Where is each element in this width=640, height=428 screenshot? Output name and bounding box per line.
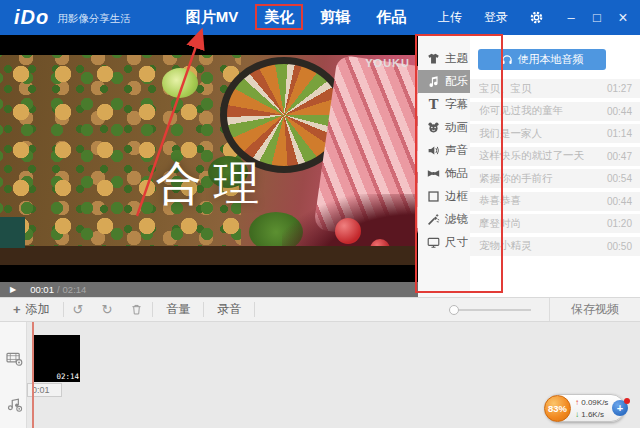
app-logo: iDo bbox=[14, 6, 49, 29]
edit-toolbar: +添加 ↺ ↻ 音量 录音 保存视频 bbox=[0, 297, 640, 322]
song-row[interactable]: 你可见过我的童年00:44 bbox=[470, 102, 640, 121]
sidebar-item-subtitle[interactable]: T 字幕 bbox=[418, 93, 470, 116]
video-preview[interactable]: YOUKU 合理 bbox=[0, 35, 418, 282]
minimize-button[interactable]: – bbox=[558, 10, 584, 25]
trash-icon bbox=[130, 303, 143, 316]
upload-speed: 0.09K/s bbox=[581, 398, 608, 407]
slider-track bbox=[449, 309, 531, 311]
player-column: YOUKU 合理 ▶ 00:01 / 02:14 bbox=[0, 35, 418, 297]
speaker-icon bbox=[427, 144, 440, 157]
slider-knob[interactable] bbox=[449, 305, 459, 315]
sidebar-item-theme[interactable]: 主题 bbox=[418, 47, 470, 70]
maximize-button[interactable]: □ bbox=[584, 10, 610, 25]
sidebar-item-border[interactable]: 边框 bbox=[418, 185, 470, 208]
current-time: 00:01 bbox=[30, 284, 54, 295]
add-task-button[interactable]: + bbox=[612, 400, 628, 416]
audio-track-icon[interactable] bbox=[6, 397, 23, 416]
time-display: 00:01 / 02:14 bbox=[30, 284, 86, 295]
delete-button[interactable] bbox=[121, 298, 152, 321]
song-row[interactable]: 恭喜恭喜00:44 bbox=[470, 192, 640, 211]
song-row[interactable]: 我们是一家人01:14 bbox=[470, 124, 640, 143]
title-bar: iDo 用影像分享生活 图片MV 美化 剪辑 作品 上传 登录 – □ × bbox=[0, 0, 640, 35]
video-caption-overlay: 合理 bbox=[0, 153, 415, 215]
song-row[interactable]: 宠物小精灵00:50 bbox=[470, 237, 640, 256]
redo-button[interactable]: ↻ bbox=[93, 298, 122, 321]
nav-tab-works[interactable]: 作品 bbox=[363, 0, 419, 35]
video-clip-thumbnail[interactable]: 02:14 bbox=[33, 335, 80, 382]
playback-bar: ▶ 00:01 / 02:14 bbox=[0, 282, 418, 297]
plus-icon: + bbox=[13, 302, 21, 317]
video-track-icon[interactable] bbox=[6, 351, 23, 370]
timeline-zoom-slider[interactable] bbox=[449, 305, 531, 315]
settings-gear-icon[interactable] bbox=[529, 10, 544, 25]
notification-dot bbox=[624, 398, 630, 404]
timeline-playhead[interactable] bbox=[32, 322, 34, 428]
bowtie-icon bbox=[427, 167, 440, 180]
play-button[interactable]: ▶ bbox=[10, 285, 16, 294]
youku-watermark: YOUKU bbox=[365, 57, 410, 69]
song-row[interactable]: 紧握你的手前行00:54 bbox=[470, 169, 640, 188]
song-list: 宝贝、宝贝01:27 你可见过我的童年00:44 我们是一家人01:14 这样快… bbox=[470, 79, 640, 256]
login-button[interactable]: 登录 bbox=[473, 9, 519, 26]
right-panel: 主题 配乐 T 字幕 动画 声音 bbox=[418, 35, 640, 297]
total-duration: 02:14 bbox=[63, 284, 87, 295]
sidebar-item-sound[interactable]: 声音 bbox=[418, 139, 470, 162]
frame-icon bbox=[427, 190, 440, 203]
volume-button[interactable]: 音量 bbox=[153, 298, 203, 321]
sidebar-item-music[interactable]: 配乐 bbox=[418, 70, 470, 93]
clip-duration-label: 02:14 bbox=[56, 372, 79, 381]
song-row[interactable]: 宝贝、宝贝01:27 bbox=[470, 79, 640, 98]
ido-app-window: iDo 用影像分享生活 图片MV 美化 剪辑 作品 上传 登录 – □ × bbox=[0, 0, 640, 428]
toolbar-right-group: 保存视频 bbox=[449, 298, 640, 321]
record-button[interactable]: 录音 bbox=[204, 298, 254, 321]
text-T-icon: T bbox=[427, 97, 440, 112]
speed-stats: ↑ 0.09K/s ↓ 1.6K/s bbox=[575, 397, 608, 421]
upload-button[interactable]: 上传 bbox=[427, 9, 473, 26]
add-button[interactable]: +添加 bbox=[0, 298, 63, 321]
sidebar-item-filter[interactable]: 滤镜 bbox=[418, 208, 470, 231]
main-content: YOUKU 合理 ▶ 00:01 / 02:14 主题 bbox=[0, 35, 640, 297]
progress-percent-badge[interactable]: 83% bbox=[544, 395, 571, 422]
animal-face-icon bbox=[427, 121, 440, 134]
upload-arrow-icon: ↑ bbox=[575, 398, 579, 407]
toolbar-separator bbox=[254, 302, 255, 317]
music-note-icon bbox=[427, 75, 440, 88]
sidebar-item-ornament[interactable]: 饰品 bbox=[418, 162, 470, 185]
titlebar-actions: 上传 登录 – □ × bbox=[427, 9, 640, 27]
app-tagline: 用影像分享生活 bbox=[57, 12, 131, 26]
song-row[interactable]: 摩登时尚01:20 bbox=[470, 214, 640, 233]
monitor-icon bbox=[427, 236, 440, 249]
music-list-panel: 使用本地音频 宝贝、宝贝01:27 你可见过我的童年00:44 我们是一家人01… bbox=[470, 35, 640, 297]
save-video-button[interactable]: 保存视频 bbox=[549, 298, 640, 321]
sidebar-item-size[interactable]: 尺寸 bbox=[418, 231, 470, 254]
time-separator: / bbox=[57, 284, 60, 295]
tshirt-icon bbox=[427, 52, 440, 65]
nav-tab-clip[interactable]: 剪辑 bbox=[307, 0, 363, 35]
effects-sidebar: 主题 配乐 T 字幕 动画 声音 bbox=[418, 35, 470, 297]
nav-tab-photo-mv[interactable]: 图片MV bbox=[173, 0, 252, 35]
undo-button[interactable]: ↺ bbox=[64, 298, 93, 321]
download-speed: 1.6K/s bbox=[581, 410, 604, 419]
use-local-audio-button[interactable]: 使用本地音频 bbox=[478, 49, 606, 70]
magic-wand-icon bbox=[427, 213, 440, 226]
main-nav: 图片MV 美化 剪辑 作品 bbox=[173, 0, 420, 35]
sidebar-item-animation[interactable]: 动画 bbox=[418, 116, 470, 139]
download-arrow-icon: ↓ bbox=[575, 410, 579, 419]
headphone-icon bbox=[501, 54, 513, 66]
nav-tab-beautify[interactable]: 美化 bbox=[251, 0, 307, 35]
song-row[interactable]: 这样快乐的就过了一天00:47 bbox=[470, 147, 640, 166]
close-button[interactable]: × bbox=[610, 9, 636, 27]
track-header-column bbox=[0, 322, 27, 428]
download-speed-widget[interactable]: 83% ↑ 0.09K/s ↓ 1.6K/s + bbox=[545, 394, 625, 422]
